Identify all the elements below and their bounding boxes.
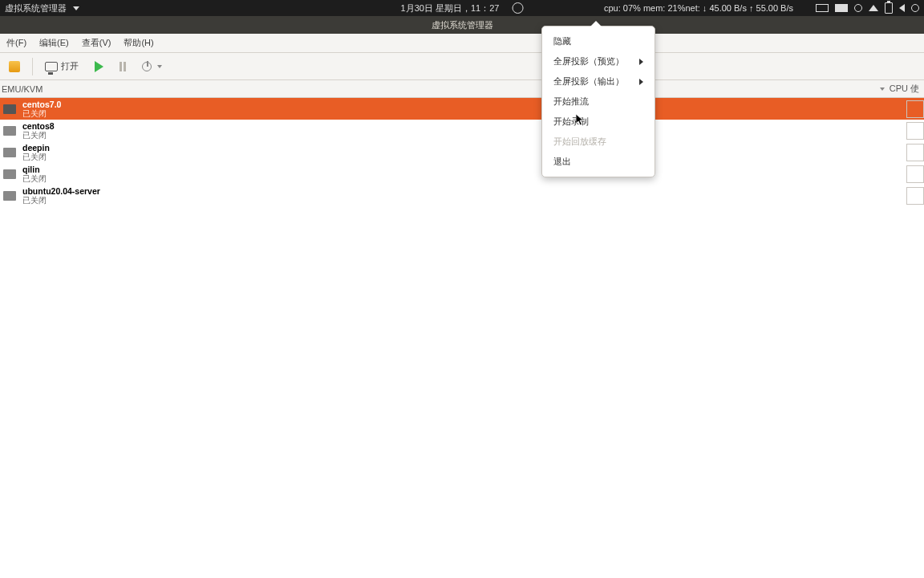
window-titlebar: 虚拟系统管理器 [0,16,924,34]
pause-icon [120,62,126,71]
menu-item-start-record[interactable]: 开始录制 [542,112,654,132]
vm-list: centos7.0 已关闭 centos8 已关闭 deepin 已关闭 qil… [0,98,924,206]
window-title: 虚拟系统管理器 [432,19,493,31]
column-headers: EMU/KVM CPU 使 [0,80,924,98]
vm-state: 已关闭 [22,153,50,162]
vm-row[interactable]: ubuntu20.04-server 已关闭 [0,185,924,206]
menu-item-fullscreen-output[interactable]: 全屏投影（输出） [542,71,654,92]
column-connection[interactable]: EMU/KVM [2,84,43,94]
toolbar: 打开 [0,53,924,80]
system-stats[interactable]: cpu: 07% mem: 21%net: ↓ 45.00 B/s ↑ 55.0… [604,3,793,13]
power-icon[interactable] [911,4,919,12]
menubar: 件(F) 编辑(E) 查看(V) 帮助(H) [0,34,924,53]
vm-monitor-icon [3,126,16,136]
tray-rect-icon[interactable] [816,4,829,12]
vm-name: centos7.0 [22,100,61,109]
menu-edit[interactable]: 编辑(E) [34,35,74,51]
new-vm-button[interactable] [3,57,26,76]
circle-dot-icon[interactable] [854,4,862,12]
menu-file[interactable]: 件(F) [2,35,31,51]
cpu-usage-chart [906,165,924,183]
chevron-down-icon[interactable] [880,88,885,91]
vm-name: deepin [22,143,50,153]
vm-row[interactable]: qilin 已关闭 [0,163,924,185]
chevron-down-icon [157,65,162,68]
menu-item-label: 隐藏 [553,35,571,47]
chevron-right-icon [639,79,643,85]
separator [32,58,33,75]
battery-icon[interactable] [885,2,893,14]
obs-tray-menu: 隐藏 全屏投影（预览） 全屏投影（输出） 开始推流 开始录制 开始回放缓存 退出 [541,26,655,177]
chevron-right-icon [639,59,643,65]
play-icon [95,61,103,72]
chevron-down-icon [73,6,79,10]
pause-button[interactable] [114,58,132,75]
vm-monitor-icon [3,148,16,157]
cpu-usage-chart [906,187,924,205]
vm-monitor-icon [3,104,16,114]
menu-item-label: 开始回放缓存 [553,136,606,148]
vm-row[interactable]: centos8 已关闭 [0,120,924,141]
open-label: 打开 [61,60,79,72]
volume-icon[interactable] [899,4,905,12]
menu-item-label: 开始推流 [553,96,589,108]
menu-item-label: 开始录制 [553,116,589,128]
menu-item-exit[interactable]: 退出 [542,152,654,172]
wifi-icon[interactable] [869,5,878,11]
vm-monitor-icon [3,191,16,201]
cpu-usage-chart [906,144,924,161]
vm-state: 已关闭 [22,131,55,140]
monitor-icon [45,62,58,71]
menu-item-hide[interactable]: 隐藏 [542,31,654,51]
vm-monitor-icon [3,169,16,179]
menu-item-label: 全屏投影（预览） [553,55,624,67]
power-icon [142,62,152,71]
app-menu-title: 虚拟系统管理器 [5,2,67,14]
vm-row[interactable]: deepin 已关闭 [0,141,924,163]
menu-item-label: 全屏投影（输出） [553,75,624,88]
menu-item-fullscreen-preview[interactable]: 全屏投影（预览） [542,51,654,71]
vm-state: 已关闭 [22,174,47,184]
gnome-top-bar: 虚拟系统管理器 1月30日 星期日，11：27 cpu: 07% mem: 21… [0,0,924,16]
menu-item-start-replay-buffer: 开始回放缓存 [542,132,654,152]
datetime[interactable]: 1月30日 星期日，11：27 [401,2,500,14]
open-button[interactable]: 打开 [39,56,84,76]
column-cpu[interactable]: CPU 使 [890,83,919,95]
vm-state: 已关闭 [22,196,100,206]
vm-name: qilin [22,165,47,174]
tray-keyboard-icon[interactable] [835,4,848,12]
obs-tray-icon[interactable] [512,2,523,14]
app-menu[interactable]: 虚拟系统管理器 [5,2,79,14]
menu-item-label: 退出 [553,156,571,168]
menu-help[interactable]: 帮助(H) [119,35,158,51]
vm-row[interactable]: centos7.0 已关闭 [0,98,924,120]
cpu-usage-chart [906,100,924,118]
vm-name: centos8 [22,121,55,131]
menu-item-start-stream[interactable]: 开始推流 [542,92,654,112]
power-menu-button[interactable] [136,58,168,75]
system-tray [816,2,919,14]
menu-view[interactable]: 查看(V) [77,35,116,51]
vm-state: 已关闭 [22,109,61,119]
run-button[interactable] [89,57,109,76]
vm-name: ubuntu20.04-server [22,186,100,196]
cpu-usage-chart [906,122,924,140]
